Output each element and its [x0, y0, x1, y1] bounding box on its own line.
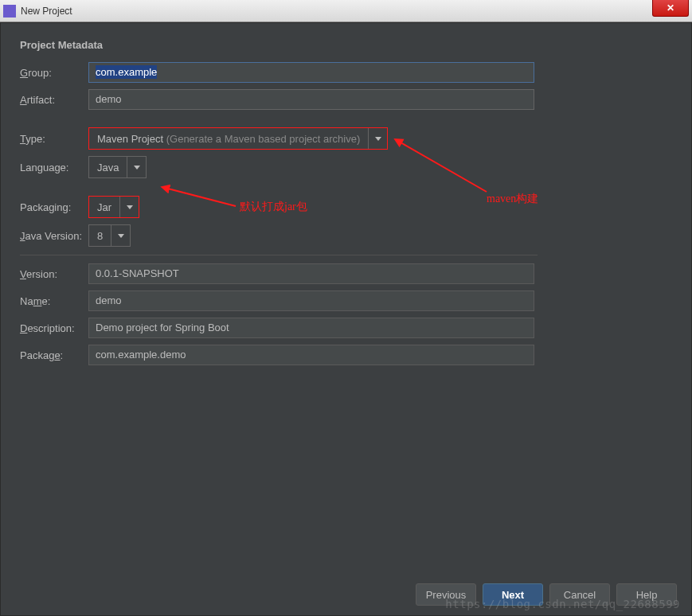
label-java-version: Java Version:	[20, 230, 88, 242]
label-group: Group:	[20, 67, 88, 79]
name-input[interactable]: demo	[88, 290, 534, 311]
java-version-dropdown[interactable]: 8	[88, 224, 131, 247]
chevron-down-icon	[127, 157, 146, 177]
packaging-value: Jar	[89, 201, 119, 213]
label-package: Package:	[20, 349, 88, 361]
annotation-jar: 默认打成jar包	[240, 200, 307, 214]
window-titlebar: New Project ✕	[0, 0, 692, 22]
description-input[interactable]: Demo project for Spring Boot	[88, 318, 534, 338]
label-packaging: Packaging:	[20, 201, 88, 213]
label-type: Type:	[20, 133, 88, 145]
chevron-down-icon	[111, 225, 130, 246]
label-version: Version:	[20, 268, 88, 280]
app-icon	[3, 5, 16, 18]
label-description: Description:	[20, 322, 88, 334]
group-input[interactable]: com.example	[88, 62, 534, 83]
java-version-value: 8	[89, 230, 111, 242]
artifact-input[interactable]: demo	[88, 89, 534, 110]
language-dropdown[interactable]: Java	[88, 156, 147, 178]
window-title: New Project	[21, 6, 72, 17]
language-value: Java	[89, 162, 127, 173]
label-language: Language:	[20, 162, 88, 173]
annotation-maven: maven构建	[487, 192, 538, 206]
type-hint: (Generate a Maven based project archive)	[166, 133, 361, 145]
dialog-body: Project Metadata Group: com.example Arti…	[0, 22, 692, 616]
chevron-down-icon	[368, 128, 387, 149]
type-dropdown[interactable]: Maven Project (Generate a Maven based pr…	[88, 127, 388, 150]
label-artifact: Artifact:	[20, 94, 88, 106]
close-button[interactable]: ✕	[652, 0, 689, 17]
label-name: Name:	[20, 295, 88, 307]
packaging-dropdown[interactable]: Jar	[88, 196, 139, 218]
section-title: Project Metadata	[20, 39, 672, 51]
watermark-text: https://blog.csdn.net/qq_22688599	[445, 598, 680, 610]
chevron-down-icon	[119, 197, 139, 217]
package-input[interactable]: com.example.demo	[88, 345, 534, 365]
type-value: Maven Project	[97, 133, 163, 145]
close-icon: ✕	[667, 2, 674, 14]
version-input[interactable]: 0.0.1-SNAPSHOT	[88, 263, 534, 284]
